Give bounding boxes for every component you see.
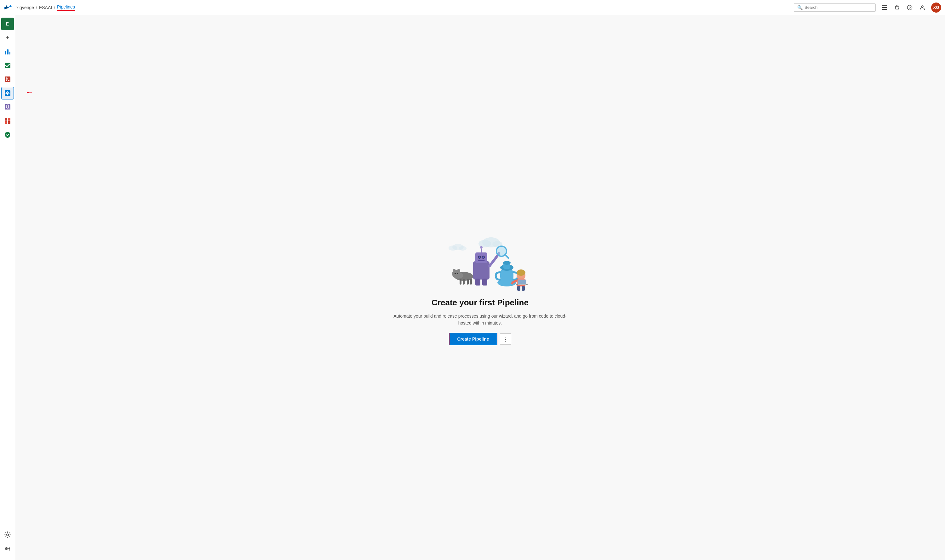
create-pipeline-button[interactable]: Create Pipeline — [449, 333, 497, 345]
more-options-button[interactable]: ⋮ — [500, 333, 511, 345]
svg-point-69 — [503, 261, 510, 265]
svg-rect-1 — [882, 5, 887, 6]
svg-rect-61 — [475, 278, 480, 286]
svg-point-27 — [7, 108, 9, 109]
svg-point-6 — [921, 6, 923, 8]
breadcrumb-esaai[interactable]: ESAAI — [39, 5, 52, 10]
help-icon[interactable]: ? — [906, 4, 914, 11]
svg-point-71 — [516, 269, 526, 276]
list-icon[interactable] — [881, 4, 888, 11]
svg-rect-44 — [463, 279, 465, 285]
sidebar-item-boards[interactable] — [1, 45, 14, 58]
project-initial: E — [6, 22, 9, 26]
svg-rect-9 — [9, 52, 11, 54]
search-icon: 🔍 — [797, 5, 803, 10]
user-icon[interactable] — [919, 4, 926, 11]
svg-text:>>: >> — [5, 546, 9, 551]
svg-rect-53 — [475, 252, 487, 263]
svg-point-57 — [483, 256, 484, 258]
svg-rect-28 — [5, 118, 7, 120]
svg-rect-43 — [459, 279, 461, 285]
svg-point-50 — [455, 273, 456, 274]
svg-point-56 — [479, 256, 480, 258]
svg-point-36 — [478, 240, 491, 248]
breadcrumb-xigyenge[interactable]: xigyenge — [16, 5, 34, 10]
svg-point-14 — [6, 80, 7, 81]
breadcrumb-sep-2: / — [54, 5, 55, 10]
security-icon — [4, 131, 11, 138]
more-options-icon: ⋮ — [503, 335, 509, 343]
azure-devops-logo[interactable] — [4, 3, 12, 12]
repos-icon — [4, 76, 11, 83]
svg-rect-7 — [5, 51, 6, 54]
svg-point-13 — [8, 80, 9, 81]
breadcrumb: xigyenge / ESAAI / Pipelines — [16, 5, 75, 11]
empty-state-title: Create your first Pipeline — [432, 298, 529, 308]
breadcrumb-pipelines[interactable]: Pipelines — [57, 5, 75, 11]
svg-rect-58 — [478, 260, 485, 261]
empty-state: Create your first Pipeline Automate your… — [392, 230, 568, 346]
svg-point-40 — [459, 246, 467, 251]
svg-point-39 — [449, 246, 457, 251]
sidebar-item-pipelines[interactable] — [1, 87, 14, 100]
sidebar-item-repos[interactable] — [1, 73, 14, 86]
sidebar-item-artifacts[interactable] — [1, 115, 14, 127]
svg-line-60 — [505, 255, 509, 258]
svg-rect-62 — [482, 278, 487, 286]
svg-point-19 — [7, 92, 8, 94]
sidebar-divider — [3, 526, 12, 526]
search-box[interactable]: 🔍 — [794, 3, 876, 12]
svg-rect-8 — [7, 49, 9, 54]
svg-point-12 — [6, 77, 7, 79]
topbar: xigyenge / ESAAI / Pipelines 🔍 — [0, 0, 945, 15]
svg-rect-3 — [882, 9, 887, 10]
svg-rect-45 — [467, 279, 469, 285]
svg-rect-31 — [8, 121, 11, 124]
svg-rect-75 — [518, 280, 526, 284]
svg-rect-76 — [517, 286, 520, 291]
test-icon — [4, 103, 11, 111]
pipelines-icon — [4, 90, 11, 97]
topbar-icons: ? XG — [881, 3, 941, 12]
svg-rect-30 — [5, 121, 7, 124]
sidebar-item-test[interactable] — [1, 101, 14, 113]
search-input[interactable] — [805, 5, 872, 10]
svg-rect-52 — [473, 261, 490, 280]
collapse-icon: >> — [4, 545, 11, 552]
sidebar-item-boards2[interactable] — [1, 59, 14, 72]
artifacts-icon — [4, 117, 11, 124]
sidebar-item-collapse[interactable]: >> — [1, 542, 14, 555]
pipeline-illustration — [427, 230, 533, 293]
action-row: Create Pipeline ⋮ — [449, 333, 511, 345]
boards-icon — [4, 48, 11, 55]
empty-state-description: Automate your build and release processe… — [392, 312, 568, 327]
sidebar-bottom: >> — [1, 525, 14, 557]
breadcrumb-sep-1: / — [36, 5, 37, 10]
svg-point-51 — [457, 273, 458, 274]
sidebar-item-security[interactable] — [1, 128, 14, 141]
shopping-bag-icon[interactable] — [893, 4, 901, 11]
boards2-icon — [4, 62, 11, 69]
svg-point-64 — [480, 246, 483, 249]
user-avatar[interactable]: XG — [931, 3, 941, 12]
sidebar: E + — [0, 15, 15, 560]
settings-icon — [4, 531, 11, 538]
main-layout: E + — [0, 15, 945, 560]
sidebar-item-project[interactable]: E — [1, 18, 14, 30]
svg-rect-2 — [882, 7, 887, 8]
sidebar-item-add[interactable]: + — [1, 31, 14, 44]
svg-rect-77 — [522, 286, 525, 291]
svg-point-32 — [6, 534, 9, 536]
sidebar-item-settings[interactable] — [1, 529, 14, 541]
add-icon: + — [5, 34, 9, 41]
svg-text:?: ? — [909, 6, 911, 10]
svg-rect-46 — [470, 279, 472, 285]
content-area: Create your first Pipeline Automate your… — [15, 15, 945, 560]
svg-rect-29 — [8, 118, 11, 120]
